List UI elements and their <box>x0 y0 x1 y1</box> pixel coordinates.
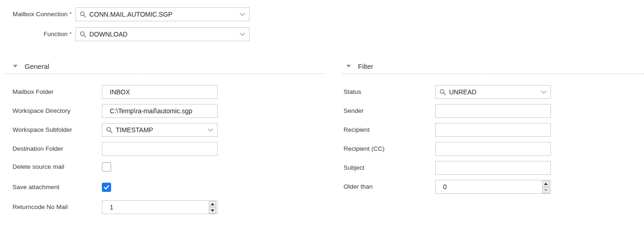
recipient-cc-input[interactable] <box>435 142 551 156</box>
chevron-down-icon <box>541 90 547 94</box>
spin-up-button[interactable] <box>542 181 550 187</box>
function-label: Function* <box>0 27 72 41</box>
search-icon <box>80 31 86 37</box>
triangle-down-icon <box>544 189 548 191</box>
form-page: Mailbox Connection* CONN.MAIL.AUTOMIC.SG… <box>0 0 644 246</box>
general-section-toggle[interactable]: General <box>13 62 49 71</box>
check-icon <box>103 184 110 191</box>
sender-input[interactable] <box>435 104 551 118</box>
save-attachment-label: Save attachment <box>13 182 98 192</box>
destination-folder-input[interactable] <box>102 142 218 156</box>
older-than-spinner <box>435 180 551 194</box>
workspace-directory-input[interactable] <box>102 104 218 118</box>
filter-section-toggle[interactable]: Filter <box>346 62 373 71</box>
chevron-down-icon <box>239 32 245 36</box>
mailbox-connection-label-text: Mailbox Connection <box>13 11 68 18</box>
triangle-down-icon <box>13 65 18 68</box>
chevron-down-icon <box>207 128 213 132</box>
workspace-subfolder-value: TIMESTAMP <box>116 126 205 134</box>
triangle-up-icon <box>544 183 548 185</box>
recipient-cc-label: Recipient (CC) <box>344 142 429 156</box>
search-icon <box>106 127 113 133</box>
mailbox-connection-label: Mailbox Connection* <box>0 7 72 21</box>
status-value: UNREAD <box>449 88 538 96</box>
spin-down-button[interactable] <box>542 187 550 193</box>
workspace-subfolder-label: Workspace Subfolder <box>13 123 98 137</box>
function-combo[interactable]: DOWNLOAD <box>75 27 250 41</box>
returncode-no-mail-input[interactable] <box>102 201 208 214</box>
required-marker: * <box>69 31 72 37</box>
returncode-no-mail-spinner <box>102 200 218 214</box>
spin-down-button[interactable] <box>209 208 216 214</box>
sender-label: Sender <box>344 104 429 118</box>
mailbox-folder-label: Mailbox Folder <box>13 85 98 99</box>
required-marker: * <box>69 11 72 18</box>
recipient-label: Recipient <box>344 123 429 137</box>
mailbox-connection-value: CONN.MAIL.AUTOMIC.SGP <box>89 11 237 18</box>
function-value: DOWNLOAD <box>89 31 237 38</box>
workspace-subfolder-combo[interactable]: TIMESTAMP <box>102 123 218 137</box>
general-section-title: General <box>25 62 49 70</box>
older-than-input[interactable] <box>436 180 542 193</box>
mailbox-connection-combo[interactable]: CONN.MAIL.AUTOMIC.SGP <box>75 7 250 21</box>
destination-folder-label: Destination Folder <box>13 142 98 156</box>
subject-input[interactable] <box>435 161 551 175</box>
subject-label: Subject <box>344 161 429 175</box>
filter-section-title: Filter <box>358 62 373 70</box>
search-icon <box>439 89 446 95</box>
recipient-input[interactable] <box>435 123 551 137</box>
returncode-no-mail-label: Returncode No Mail <box>13 200 98 214</box>
filter-section-divider <box>343 74 644 74</box>
older-than-label: Older than <box>344 180 429 194</box>
spinner-buttons <box>208 201 217 214</box>
triangle-down-icon <box>211 209 214 212</box>
save-attachment-checkbox[interactable] <box>102 183 111 192</box>
search-icon <box>80 11 86 18</box>
spin-up-button[interactable] <box>209 201 216 207</box>
chevron-down-icon <box>239 12 245 16</box>
spinner-buttons <box>542 180 550 193</box>
triangle-up-icon <box>211 203 214 205</box>
status-combo[interactable]: UNREAD <box>435 85 551 99</box>
status-label: Status <box>344 85 429 99</box>
function-label-text: Function <box>44 31 68 37</box>
workspace-directory-label: Workspace Directory <box>13 104 98 118</box>
general-section-divider <box>5 74 324 74</box>
delete-source-mail-checkbox[interactable] <box>102 162 111 172</box>
delete-source-mail-label: Delete source mail <box>13 162 98 172</box>
triangle-down-icon <box>346 65 351 68</box>
mailbox-folder-input[interactable] <box>102 85 218 99</box>
